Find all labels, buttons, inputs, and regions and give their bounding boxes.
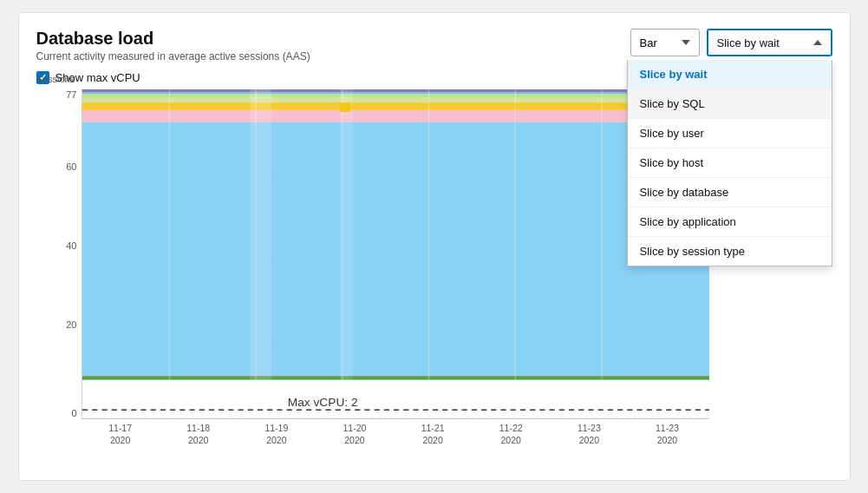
y-tick-77: 77 — [66, 89, 76, 100]
slice-select-container: Slice by wait Slice by waitSlice by SQLS… — [707, 29, 832, 56]
svg-rect-18 — [514, 89, 515, 381]
page-subtitle: Current activity measured in average act… — [36, 50, 310, 62]
dropdown-item-host[interactable]: Slice by host — [628, 148, 832, 178]
x-tick: 11-182020 — [186, 423, 210, 446]
svg-rect-6 — [82, 110, 709, 122]
page-title: Database load — [36, 29, 310, 49]
y-ticks-container: 77 60 40 20 0 — [37, 89, 82, 418]
y-tick-20: 20 — [66, 319, 76, 330]
svg-rect-13 — [82, 376, 709, 377]
svg-rect-19 — [601, 89, 602, 381]
chart-type-arrow-icon — [682, 40, 690, 45]
x-tick: 11-212020 — [421, 423, 445, 446]
x-tick: 11-222020 — [499, 423, 523, 446]
x-tick: 11-232020 — [656, 423, 679, 446]
chart-inner: Max vCPU: 2 77 60 40 20 0 — [82, 89, 709, 419]
dropdown-item-application[interactable]: Slice by application — [628, 207, 832, 237]
svg-rect-14 — [168, 89, 169, 381]
svg-rect-10 — [82, 92, 709, 94]
header-row: Database load Current activity measured … — [36, 29, 832, 62]
slice-arrow-icon — [813, 40, 822, 45]
svg-rect-11 — [82, 89, 709, 92]
chart-type-select[interactable]: Bar — [630, 29, 700, 56]
svg-rect-5 — [82, 122, 709, 376]
slice-dropdown-menu: Slice by waitSlice by SQLSlice by userSl… — [627, 60, 832, 266]
x-tick: 11-192020 — [264, 423, 288, 446]
dropdown-item-user[interactable]: Slice by user — [628, 119, 832, 148]
svg-rect-7 — [82, 102, 709, 110]
dropdown-item-wait[interactable]: Slice by wait — [628, 60, 832, 89]
x-axis: 11-17202011-18202011-19202011-20202011-2… — [82, 419, 707, 446]
title-block: Database load Current activity measured … — [36, 29, 310, 62]
svg-rect-21 — [339, 89, 352, 381]
slice-select-button[interactable]: Slice by wait — [707, 29, 832, 56]
bar-chart-svg: Max vCPU: 2 — [82, 89, 709, 418]
svg-text:Max vCPU: 2: Max vCPU: 2 — [287, 397, 357, 409]
x-tick: 11-202020 — [343, 423, 367, 446]
chart-type-label: Bar — [640, 36, 675, 49]
controls-area: Bar Slice by wait Slice by waitSlice by … — [630, 29, 832, 56]
y-axis-label: Sessions — [36, 74, 75, 84]
svg-rect-8 — [82, 98, 709, 102]
svg-rect-20 — [250, 89, 271, 381]
slice-select-label: Slice by wait — [717, 36, 806, 49]
x-tick: 11-232020 — [578, 423, 601, 446]
svg-rect-22 — [339, 102, 349, 112]
y-tick-40: 40 — [66, 240, 76, 251]
dropdown-item-session_type[interactable]: Slice by session type — [628, 237, 832, 266]
y-tick-60: 60 — [66, 161, 76, 172]
dropdown-item-database[interactable]: Slice by database — [628, 178, 832, 207]
svg-rect-9 — [82, 94, 709, 97]
y-tick-0: 0 — [71, 408, 76, 418]
dropdown-item-sql[interactable]: Slice by SQL — [628, 89, 832, 119]
x-tick: 11-172020 — [108, 423, 132, 446]
svg-rect-17 — [427, 89, 428, 381]
database-load-card: Database load Current activity measured … — [18, 12, 851, 481]
